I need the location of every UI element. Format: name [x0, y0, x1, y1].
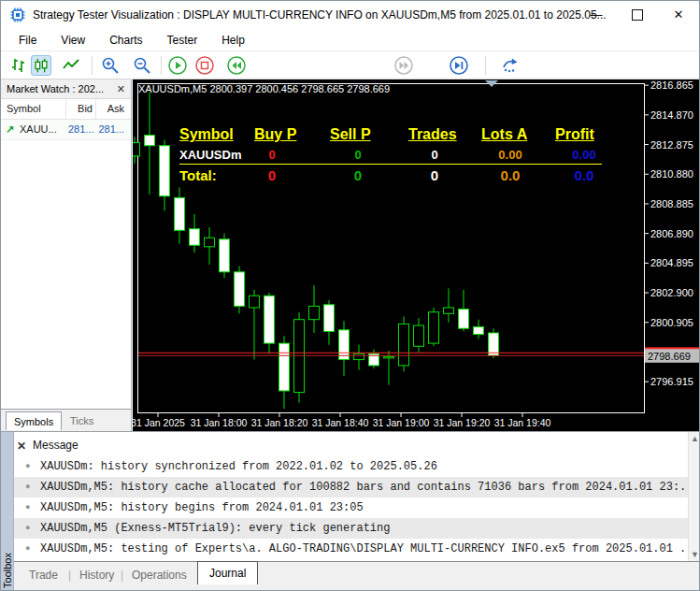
rewind-icon: [226, 55, 247, 76]
y-axis-label: 2810.880: [650, 168, 693, 180]
menu-help[interactable]: Help: [209, 31, 257, 50]
zoom-out-icon: [132, 55, 152, 76]
menu-bar: File View Charts Tester Help: [1, 29, 699, 50]
fast-forward-icon: [393, 55, 414, 76]
trend-up-icon: ↗: [6, 123, 14, 136]
bars-chart-button[interactable]: [7, 55, 28, 76]
journal-message: XAUUSDm,M5: history begins from 2024.01.…: [40, 501, 364, 514]
close-button[interactable]: ✕: [658, 1, 699, 29]
multi-currency-info-panel: Symbol Buy P Sell P Trades Lots A Profit…: [176, 126, 615, 216]
tab-symbols[interactable]: Symbols: [6, 411, 62, 430]
y-axis-label: 2800.905: [650, 317, 693, 328]
stop-icon: [194, 55, 215, 76]
strategy-tester-window: Strategy Tester Visualization : DISPLAY …: [0, 0, 700, 591]
skip-to-end-button[interactable]: [449, 55, 469, 76]
scroll-down-icon[interactable]: ▼: [691, 550, 699, 559]
journal-column-header[interactable]: Message: [33, 439, 79, 452]
journal-message: XAUUSDm,M5: history cache allocated for …: [40, 481, 688, 494]
zoom-in-button[interactable]: [100, 55, 121, 76]
rewind-button[interactable]: [226, 55, 247, 76]
journal-message: XAUUSDm: history synchronized from 2022.…: [40, 460, 437, 473]
column-bid[interactable]: Bid: [68, 103, 93, 114]
stop-button[interactable]: [194, 55, 215, 76]
column-ask[interactable]: Ask: [98, 103, 124, 114]
info-row-buy: 0: [251, 148, 293, 162]
tab-journal[interactable]: Journal: [197, 561, 258, 584]
candlestick-chart-button[interactable]: [31, 55, 51, 76]
journal-row[interactable]: ● XAUUSDm: history synchronized from 202…: [14, 456, 688, 477]
candle-body: [279, 343, 290, 391]
menu-charts[interactable]: Charts: [97, 31, 154, 50]
window-title: Strategy Tester Visualization : DISPLAY …: [33, 8, 607, 22]
toolbox-label: Toolbox: [2, 553, 13, 588]
title-bar[interactable]: Strategy Tester Visualization : DISPLAY …: [1, 1, 699, 29]
journal-close-icon[interactable]: ✕: [17, 440, 26, 453]
y-axis-label: 2796.915: [650, 376, 693, 387]
info-row-sell: 0: [337, 148, 379, 162]
toolbar-separator: [161, 56, 162, 75]
tab-ticks[interactable]: Ticks: [63, 411, 101, 430]
log-bullet-icon: ●: [25, 539, 30, 559]
journal-row[interactable]: ● XAUUSDm,M5: history begins from 2024.0…: [14, 497, 688, 518]
journal-scrollbar[interactable]: ▲ ▼: [688, 432, 700, 561]
market-watch-panel: Market Watch : 202... ✕ Symbol Bid Ask ↗…: [1, 79, 132, 431]
menu-file[interactable]: File: [7, 31, 49, 50]
bars-chart-icon: [7, 55, 28, 76]
candle-body: [444, 308, 454, 313]
zoom-out-button[interactable]: [132, 55, 152, 76]
x-axis-label: 31 Jan 19:40: [494, 417, 551, 428]
scroll-up-icon[interactable]: ▲: [691, 434, 699, 443]
market-watch-title: Market Watch : 202...: [7, 83, 104, 94]
menu-view[interactable]: View: [49, 31, 97, 50]
ask-cell: 281...: [98, 123, 124, 135]
journal-message: XAUUSDm,M5: testing of Experts\a. ALGO-T…: [40, 542, 688, 555]
info-header-symbol: Symbol: [179, 126, 234, 143]
minimize-button[interactable]: —: [576, 1, 617, 29]
candle-body: [489, 333, 499, 355]
x-axis-label: 31 Jan 18:00: [191, 417, 248, 428]
app-chip-icon: [10, 7, 25, 22]
x-axis-label: 31 Jan 18:20: [251, 417, 308, 428]
y-axis-label: 2814.870: [650, 109, 693, 121]
x-axis-label: 31 Jan 19:00: [373, 417, 430, 428]
fast-forward-button[interactable]: [393, 55, 414, 76]
log-bullet-icon: ●: [25, 518, 30, 539]
tab-operations[interactable]: Operations: [132, 569, 187, 582]
maximize-button[interactable]: [617, 1, 658, 29]
y-axis-label: 2806.890: [650, 228, 693, 239]
play-button[interactable]: [167, 55, 188, 76]
info-header-buy: Buy P: [254, 126, 296, 143]
skip-to-end-icon: [449, 55, 469, 76]
candle-body: [220, 239, 230, 272]
info-total-trades: 0: [414, 167, 455, 183]
journal-row[interactable]: ● XAUUSDm,M5 (Exness-MT5Trial9): every t…: [14, 518, 688, 539]
candle-body: [354, 353, 364, 359]
column-symbol[interactable]: Symbol: [7, 103, 41, 114]
candle-body: [429, 312, 439, 343]
market-watch-row[interactable]: ↗ XAUU... 281... 281...: [1, 120, 131, 140]
skip-to-button[interactable]: [500, 55, 521, 76]
candlestick-chart-icon: [32, 56, 50, 75]
toolbox-tabs: Trade | History | Operations Journal: [14, 561, 700, 591]
chart-area[interactable]: 2816.8652814.8702812.8752810.8802808.885…: [133, 79, 700, 431]
candle-body: [399, 324, 409, 365]
info-total-profit: 0.0: [562, 167, 607, 183]
info-row-trades: 0: [414, 148, 455, 162]
y-axis-label: 2804.895: [650, 257, 693, 268]
tab-trade[interactable]: Trade: [29, 569, 58, 582]
line-chart-button[interactable]: [61, 55, 81, 76]
market-watch-header[interactable]: Market Watch : 202... ✕: [1, 79, 131, 99]
candle-body: [264, 296, 275, 343]
bid-price-tag-marker: [645, 347, 699, 349]
x-axis-label: 31 Jan 19:20: [434, 417, 491, 428]
x-axis-label: 31 Jan 18:40: [312, 417, 369, 428]
tab-history[interactable]: History: [79, 569, 114, 582]
toolbar-separator: [485, 56, 486, 75]
journal-row[interactable]: ● XAUUSDm,M5: testing of Experts\a. ALGO…: [14, 539, 688, 559]
toolbox-panel: Toolbox ✕ Message ● XAUUSDm: history syn…: [1, 431, 700, 591]
menu-tester[interactable]: Tester: [154, 31, 209, 50]
info-panel-divider: [179, 164, 602, 165]
candle-body: [309, 306, 320, 319]
journal-row[interactable]: ● XAUUSDm,M5: history cache allocated fo…: [14, 477, 688, 497]
market-watch-close-icon[interactable]: ✕: [117, 79, 125, 98]
